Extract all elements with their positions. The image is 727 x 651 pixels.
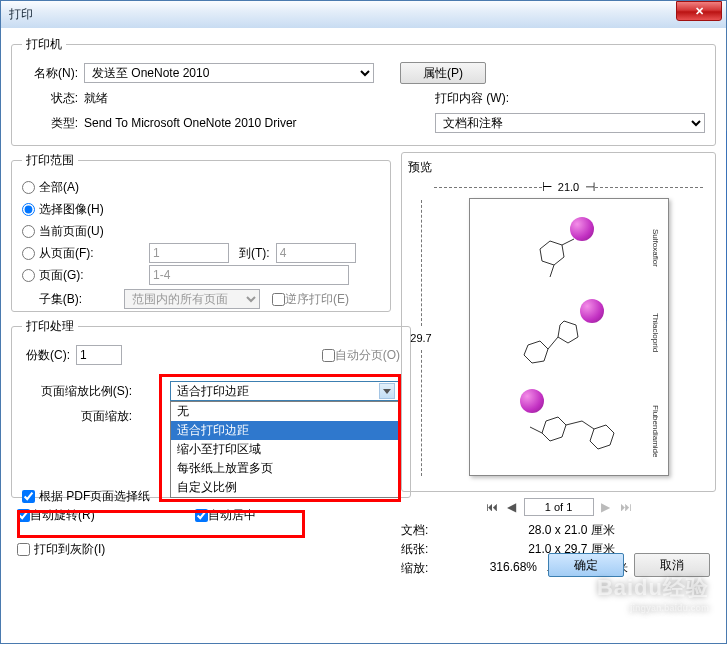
svg-line-8 xyxy=(582,421,594,429)
handling-group: 打印处理 份数(C): 自动分页(O) 页面缩放比例(S): xyxy=(11,318,411,498)
cancel-button[interactable]: 取消 xyxy=(634,553,710,577)
preview-width-dim: ⊢21.0⊣ xyxy=(434,180,703,194)
titlebar: 打印 ✕ xyxy=(1,1,726,28)
range-selected-label: 选择图像(H) xyxy=(39,201,104,218)
range-to-input[interactable] xyxy=(276,243,356,263)
print-gray-label: 打印到灰阶(I) xyxy=(34,541,105,558)
auto-rotate-label: 自动旋转(R) xyxy=(30,507,95,524)
range-pages-input[interactable] xyxy=(149,265,349,285)
printer-name-select[interactable]: 发送至 OneNote 2010 xyxy=(84,63,374,83)
mol-label-2: Thiacloprid xyxy=(651,313,660,352)
range-all-label: 全部(A) xyxy=(39,179,79,196)
print-gray-checkbox[interactable] xyxy=(17,543,30,556)
subset-select[interactable]: 范围内的所有页面 xyxy=(124,289,260,309)
collate-checkbox[interactable] xyxy=(322,349,335,362)
nav-prev-icon[interactable]: ◀ xyxy=(504,499,520,515)
scale-option-shrink[interactable]: 缩小至打印区域 xyxy=(171,440,399,459)
scale-ratio-label: 页面缩放比例(S): xyxy=(22,383,132,400)
collate-label: 自动分页(O) xyxy=(335,347,400,364)
range-from-input[interactable] xyxy=(149,243,229,263)
printer-status-label: 状态: xyxy=(22,90,78,107)
scale-label: 页面缩放: xyxy=(22,408,132,425)
handling-legend: 打印处理 xyxy=(22,318,78,335)
reverse-checkbox[interactable] xyxy=(272,293,285,306)
page-indicator: 1 of 1 xyxy=(524,498,594,516)
range-legend: 打印范围 xyxy=(22,152,78,169)
by-pdf-label: 根据 PDF页面选择纸 xyxy=(39,488,150,505)
subset-label: 子集(B): xyxy=(22,291,82,308)
mol-label-1: Sulfoxaflor xyxy=(651,229,660,267)
svg-line-10 xyxy=(530,427,542,433)
scale-option-fit[interactable]: 适合打印边距 xyxy=(171,421,399,440)
range-group: 打印范围 全部(A) 选择图像(H) 当前页面(U) 从页面(F): 到(T): xyxy=(11,152,391,312)
printer-type-value: Send To Microsoft OneNote 2010 Driver xyxy=(84,116,297,130)
svg-line-5 xyxy=(548,337,558,349)
doc-value: 28.0 x 21.0 厘米 xyxy=(427,522,716,539)
print-content-select[interactable]: 文档和注释 xyxy=(435,113,705,133)
preview-paper: Sulfoxaflor Thiacloprid Flubendiamide xyxy=(469,198,669,476)
svg-line-7 xyxy=(566,421,582,425)
zoom-value: 316.68% xyxy=(447,560,537,577)
scale-option-none[interactable]: 无 xyxy=(171,402,399,421)
printer-status-value: 就绪 xyxy=(84,90,108,107)
printer-type-label: 类型: xyxy=(22,115,78,132)
svg-line-1 xyxy=(562,239,574,245)
nav-next-icon[interactable]: ▶ xyxy=(598,499,614,515)
range-to-label: 到(T): xyxy=(239,245,270,262)
svg-marker-4 xyxy=(524,341,548,363)
printer-group: 打印机 名称(N): 发送至 OneNote 2010 属性(P) 状态: 就绪… xyxy=(11,36,716,146)
svg-line-2 xyxy=(550,265,554,277)
printer-legend: 打印机 xyxy=(22,36,66,53)
nav-last-icon[interactable]: ⏭ xyxy=(618,499,634,515)
ok-button[interactable]: 确定 xyxy=(548,553,624,577)
scale-option-custom[interactable]: 自定义比例 xyxy=(171,478,399,497)
copies-label: 份数(C): xyxy=(22,347,70,364)
preview-label: 预览 xyxy=(408,159,709,176)
range-pages-radio[interactable] xyxy=(22,269,35,282)
scale-ratio-value: 适合打印边距 xyxy=(177,383,249,400)
nav-first-icon[interactable]: ⏮ xyxy=(484,499,500,515)
close-icon: ✕ xyxy=(695,5,704,18)
svg-marker-0 xyxy=(540,241,564,265)
range-pages-label: 页面(G): xyxy=(39,267,111,284)
preview-panel: 预览 ⊢21.0⊣ 29.7 Sulfoxaflor xyxy=(401,152,716,492)
scale-ratio-dropdown[interactable]: 适合打印边距 无 适合打印边距 缩小至打印区域 每张纸上放置多页 自定义比例 xyxy=(170,381,400,401)
svg-marker-3 xyxy=(558,321,578,343)
properties-button[interactable]: 属性(P) xyxy=(400,62,486,84)
close-button[interactable]: ✕ xyxy=(676,1,722,21)
printer-name-label: 名称(N): xyxy=(22,65,78,82)
range-current-radio[interactable] xyxy=(22,225,35,238)
mol-label-3: Flubendiamide xyxy=(651,405,660,457)
by-pdf-checkbox[interactable] xyxy=(22,490,35,503)
preview-height-dim: 29.7 xyxy=(414,200,428,476)
svg-marker-6 xyxy=(542,417,566,441)
range-from-radio[interactable] xyxy=(22,247,35,260)
zoom-label: 缩放: xyxy=(401,560,447,577)
reverse-label: 逆序打印(E) xyxy=(285,291,349,308)
chevron-down-icon xyxy=(379,383,395,399)
auto-center-label: 自动居中 xyxy=(208,507,256,524)
copies-input[interactable] xyxy=(76,345,122,365)
range-from-label: 从页面(F): xyxy=(39,245,111,262)
auto-center-checkbox[interactable] xyxy=(195,509,208,522)
range-all-radio[interactable] xyxy=(22,181,35,194)
scale-option-multi[interactable]: 每张纸上放置多页 xyxy=(171,459,399,478)
window-title: 打印 xyxy=(9,6,33,23)
scale-dropdown-list: 无 适合打印边距 缩小至打印区域 每张纸上放置多页 自定义比例 xyxy=(170,401,400,498)
range-current-label: 当前页面(U) xyxy=(39,223,104,240)
print-content-label: 打印内容 (W): xyxy=(435,90,705,107)
range-selected-radio[interactable] xyxy=(22,203,35,216)
auto-rotate-checkbox[interactable] xyxy=(17,509,30,522)
